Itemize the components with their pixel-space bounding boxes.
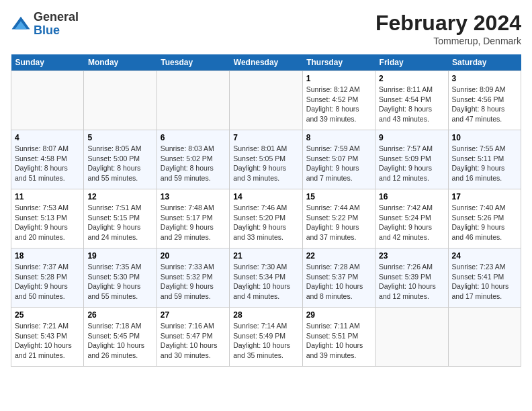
calendar-cell: 27Sunrise: 7:16 AMSunset: 5:47 PMDayligh… [157,308,229,367]
day-number: 15 [306,192,371,201]
weekday-header-monday: Monday [84,54,157,71]
calendar-cell: 20Sunrise: 7:33 AMSunset: 5:32 PMDayligh… [157,248,229,308]
calendar-cell [84,71,157,130]
weekday-header-tuesday: Tuesday [157,54,229,71]
day-number: 12 [87,192,152,201]
day-number: 19 [87,251,152,261]
day-number: 1 [306,74,371,83]
calendar-week-row: 18Sunrise: 7:37 AMSunset: 5:28 PMDayligh… [11,248,521,308]
day-number: 8 [306,133,371,142]
calendar-cell: 15Sunrise: 7:44 AMSunset: 5:22 PMDayligh… [302,189,375,248]
day-number: 18 [15,251,80,261]
day-number: 28 [233,310,298,320]
cell-sun-info: Sunrise: 7:51 AMSunset: 5:15 PMDaylight:… [87,203,152,242]
calendar-cell: 22Sunrise: 7:28 AMSunset: 5:37 PMDayligh… [302,248,375,308]
cell-sun-info: Sunrise: 7:44 AMSunset: 5:22 PMDaylight:… [306,203,371,242]
day-number: 29 [306,310,371,320]
calendar-cell: 4Sunrise: 8:07 AMSunset: 4:58 PMDaylight… [11,130,84,189]
calendar-week-row: 4Sunrise: 8:07 AMSunset: 4:58 PMDaylight… [11,130,521,189]
cell-sun-info: Sunrise: 7:59 AMSunset: 5:07 PMDaylight:… [306,144,371,183]
calendar-cell: 21Sunrise: 7:30 AMSunset: 5:34 PMDayligh… [230,248,302,308]
day-number: 21 [233,251,298,261]
calendar-title: February 2024 [375,11,521,36]
cell-sun-info: Sunrise: 7:53 AMSunset: 5:13 PMDaylight:… [15,203,80,242]
calendar-cell: 25Sunrise: 7:21 AMSunset: 5:43 PMDayligh… [11,308,84,367]
cell-sun-info: Sunrise: 7:11 AMSunset: 5:51 PMDaylight:… [306,321,371,361]
day-number: 24 [452,251,517,261]
calendar-cell: 24Sunrise: 7:23 AMSunset: 5:41 PMDayligh… [448,248,521,308]
cell-sun-info: Sunrise: 8:12 AMSunset: 4:52 PMDaylight:… [306,85,371,124]
day-number: 3 [452,74,517,83]
day-number: 13 [161,192,226,201]
cell-sun-info: Sunrise: 7:48 AMSunset: 5:17 PMDaylight:… [161,203,226,242]
calendar-cell: 12Sunrise: 7:51 AMSunset: 5:15 PMDayligh… [84,189,157,248]
day-number: 11 [15,192,80,201]
cell-sun-info: Sunrise: 7:26 AMSunset: 5:39 PMDaylight:… [379,262,444,302]
cell-sun-info: Sunrise: 8:03 AMSunset: 5:02 PMDaylight:… [161,144,226,183]
cell-sun-info: Sunrise: 7:30 AMSunset: 5:34 PMDaylight:… [233,262,298,302]
logo-general-text: General [34,10,79,24]
cell-sun-info: Sunrise: 7:23 AMSunset: 5:41 PMDaylight:… [452,262,517,302]
cell-sun-info: Sunrise: 7:37 AMSunset: 5:28 PMDaylight:… [15,262,80,302]
day-number: 25 [15,310,80,320]
day-number: 4 [15,133,80,142]
cell-sun-info: Sunrise: 7:18 AMSunset: 5:45 PMDaylight:… [87,321,152,361]
calendar-cell: 8Sunrise: 7:59 AMSunset: 5:07 PMDaylight… [302,130,375,189]
day-number: 22 [306,251,371,261]
cell-sun-info: Sunrise: 7:14 AMSunset: 5:49 PMDaylight:… [233,321,298,361]
calendar-cell [375,308,448,367]
day-number: 20 [161,251,226,261]
weekday-header-friday: Friday [375,54,448,71]
calendar-cell: 2Sunrise: 8:11 AMSunset: 4:54 PMDaylight… [375,71,448,130]
day-number: 2 [379,74,444,83]
cell-sun-info: Sunrise: 7:21 AMSunset: 5:43 PMDaylight:… [15,321,80,361]
cell-sun-info: Sunrise: 8:11 AMSunset: 4:54 PMDaylight:… [379,85,444,124]
logo: General Blue [11,11,79,38]
calendar-cell [11,71,84,130]
page-header: General Blue February 2024 Tommerup, Den… [11,11,521,46]
cell-sun-info: Sunrise: 7:46 AMSunset: 5:20 PMDaylight:… [233,203,298,242]
calendar-cell [230,71,302,130]
calendar-cell: 1Sunrise: 8:12 AMSunset: 4:52 PMDaylight… [302,71,375,130]
cell-sun-info: Sunrise: 7:42 AMSunset: 5:24 PMDaylight:… [379,203,444,242]
day-number: 7 [233,133,298,142]
day-number: 9 [379,133,444,142]
day-number: 10 [452,133,517,142]
calendar-cell: 16Sunrise: 7:42 AMSunset: 5:24 PMDayligh… [375,189,448,248]
cell-sun-info: Sunrise: 7:57 AMSunset: 5:09 PMDaylight:… [379,144,444,183]
cell-sun-info: Sunrise: 7:55 AMSunset: 5:11 PMDaylight:… [452,144,517,183]
calendar-week-row: 11Sunrise: 7:53 AMSunset: 5:13 PMDayligh… [11,189,521,248]
day-number: 26 [87,310,152,320]
calendar-cell: 13Sunrise: 7:48 AMSunset: 5:17 PMDayligh… [157,189,229,248]
calendar-cell: 29Sunrise: 7:11 AMSunset: 5:51 PMDayligh… [302,308,375,367]
weekday-header-wednesday: Wednesday [230,54,302,71]
cell-sun-info: Sunrise: 8:01 AMSunset: 5:05 PMDaylight:… [233,144,298,183]
calendar-cell: 9Sunrise: 7:57 AMSunset: 5:09 PMDaylight… [375,130,448,189]
calendar-cell: 5Sunrise: 8:05 AMSunset: 5:00 PMDaylight… [84,130,157,189]
day-number: 5 [87,133,152,142]
weekday-header-row: SundayMondayTuesdayWednesdayThursdayFrid… [11,54,521,71]
cell-sun-info: Sunrise: 8:07 AMSunset: 4:58 PMDaylight:… [15,144,80,183]
calendar-cell: 14Sunrise: 7:46 AMSunset: 5:20 PMDayligh… [230,189,302,248]
day-number: 14 [233,192,298,201]
cell-sun-info: Sunrise: 7:35 AMSunset: 5:30 PMDaylight:… [87,262,152,302]
calendar-cell: 19Sunrise: 7:35 AMSunset: 5:30 PMDayligh… [84,248,157,308]
calendar-cell: 18Sunrise: 7:37 AMSunset: 5:28 PMDayligh… [11,248,84,308]
day-number: 6 [161,133,226,142]
calendar-cell: 23Sunrise: 7:26 AMSunset: 5:39 PMDayligh… [375,248,448,308]
calendar-cell: 17Sunrise: 7:40 AMSunset: 5:26 PMDayligh… [448,189,521,248]
logo-blue-text: Blue [34,24,60,37]
calendar-cell: 7Sunrise: 8:01 AMSunset: 5:05 PMDaylight… [230,130,302,189]
calendar-cell [157,71,229,130]
calendar-week-row: 25Sunrise: 7:21 AMSunset: 5:43 PMDayligh… [11,308,521,367]
calendar-table: SundayMondayTuesdayWednesdayThursdayFrid… [11,54,521,367]
title-block: February 2024 Tommerup, Denmark [375,11,521,46]
day-number: 16 [379,192,444,201]
calendar-subtitle: Tommerup, Denmark [375,36,521,46]
weekday-header-thursday: Thursday [302,54,375,71]
weekday-header-sunday: Sunday [11,54,84,71]
calendar-cell: 28Sunrise: 7:14 AMSunset: 5:49 PMDayligh… [230,308,302,367]
calendar-cell: 11Sunrise: 7:53 AMSunset: 5:13 PMDayligh… [11,189,84,248]
cell-sun-info: Sunrise: 8:09 AMSunset: 4:56 PMDaylight:… [452,85,517,124]
weekday-header-saturday: Saturday [448,54,521,71]
